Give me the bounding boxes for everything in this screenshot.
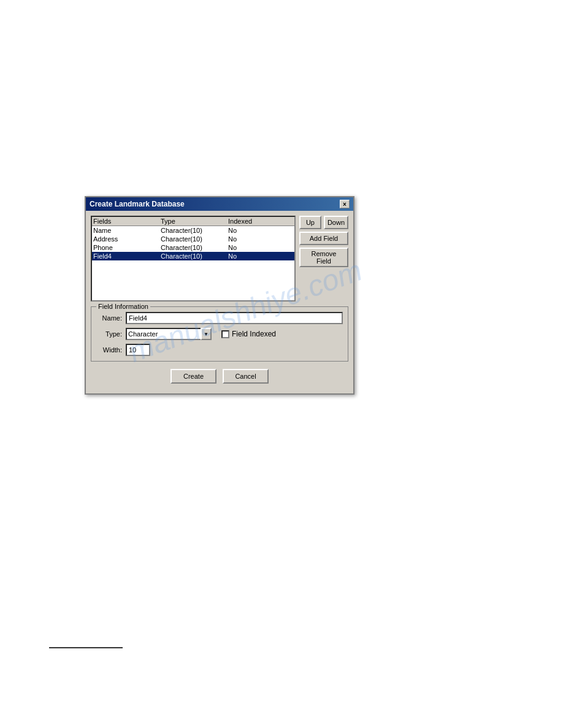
row-field: Field4 bbox=[93, 252, 161, 260]
table-row[interactable]: Name Character(10) No bbox=[92, 226, 294, 235]
remove-field-button[interactable]: Remove Field bbox=[299, 248, 348, 267]
add-field-button[interactable]: Add Field bbox=[299, 232, 348, 245]
table-header: Fields Type Indexed bbox=[92, 217, 294, 226]
fields-section: Fields Type Indexed Name Character(10) N… bbox=[91, 216, 348, 301]
dialog-body: Fields Type Indexed Name Character(10) N… bbox=[86, 211, 353, 393]
dialog-title: Create Landmark Database bbox=[90, 200, 185, 208]
dialog-close-button[interactable]: × bbox=[340, 200, 350, 208]
table-row-selected[interactable]: Field4 Character(10) No bbox=[92, 252, 294, 260]
type-select-container: Character Numeric Logical Date ▼ bbox=[126, 328, 212, 340]
dialog-titlebar: Create Landmark Database × bbox=[86, 197, 353, 211]
row-indexed: No bbox=[228, 244, 271, 251]
col-fields: Fields bbox=[93, 218, 161, 225]
table-row[interactable]: Phone Character(10) No bbox=[92, 243, 294, 252]
name-row: Name: bbox=[96, 312, 343, 324]
row-field: Address bbox=[93, 235, 161, 243]
row-type: Character(10) bbox=[161, 252, 228, 260]
field-info-group: Field Information Name: Type: Character … bbox=[91, 306, 348, 362]
up-button[interactable]: Up bbox=[299, 216, 321, 229]
name-input[interactable] bbox=[126, 312, 343, 324]
table-row[interactable]: Address Character(10) No bbox=[92, 235, 294, 243]
type-select[interactable]: Character Numeric Logical Date bbox=[126, 328, 212, 340]
type-row: Type: Character Numeric Logical Date ▼ bbox=[96, 328, 343, 340]
name-label: Name: bbox=[96, 314, 122, 322]
row-field: Name bbox=[93, 227, 161, 234]
width-row: Width: bbox=[96, 344, 343, 356]
dialog-footer: Create Cancel bbox=[91, 366, 348, 389]
row-indexed: No bbox=[228, 235, 271, 243]
row-field: Phone bbox=[93, 244, 161, 251]
fields-table: Fields Type Indexed Name Character(10) N… bbox=[91, 216, 296, 301]
create-button[interactable]: Create bbox=[170, 369, 216, 384]
field-indexed-row: Field Indexed bbox=[221, 330, 276, 338]
row-indexed: No bbox=[228, 252, 271, 260]
width-label: Width: bbox=[96, 346, 122, 354]
row-type: Character(10) bbox=[161, 235, 228, 243]
type-label: Type: bbox=[96, 330, 122, 338]
cancel-button[interactable]: Cancel bbox=[223, 369, 269, 384]
table-body: Name Character(10) No Address Character(… bbox=[92, 226, 294, 260]
row-indexed: No bbox=[228, 227, 271, 234]
field-indexed-checkbox[interactable] bbox=[221, 330, 229, 338]
field-indexed-label: Field Indexed bbox=[232, 330, 276, 338]
down-button[interactable]: Down bbox=[324, 216, 348, 229]
field-info-legend: Field Information bbox=[96, 303, 150, 310]
row-type: Character(10) bbox=[161, 244, 228, 251]
col-indexed: Indexed bbox=[228, 218, 271, 225]
bottom-line bbox=[49, 647, 123, 648]
row-type: Character(10) bbox=[161, 227, 228, 234]
col-type: Type bbox=[161, 218, 228, 225]
width-input[interactable] bbox=[126, 344, 150, 356]
page-container: manualshhiye.com Create Landmark Databas… bbox=[0, 0, 563, 728]
fields-buttons: Up Down Add Field Remove Field bbox=[299, 216, 348, 301]
dialog: Create Landmark Database × Fields Type I… bbox=[85, 196, 354, 395]
